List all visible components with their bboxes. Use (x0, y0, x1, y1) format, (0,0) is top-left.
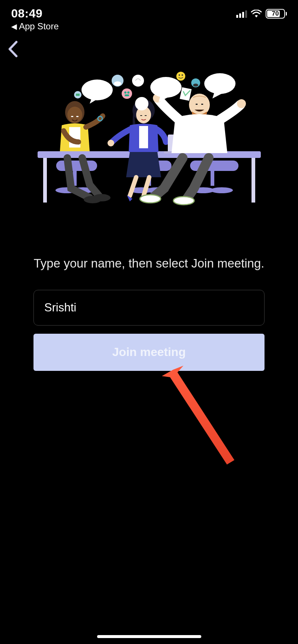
svg-point-35 (237, 99, 246, 108)
status-time: 08:49 (11, 7, 59, 20)
back-app-label: App Store (19, 21, 59, 32)
svg-point-49 (127, 91, 129, 94)
svg-point-47 (122, 88, 132, 99)
svg-rect-3 (56, 161, 97, 171)
svg-point-55 (193, 84, 198, 87)
join-meeting-label: Join meeting (112, 345, 186, 359)
svg-point-51 (176, 72, 185, 81)
chevron-left-icon (6, 40, 21, 58)
svg-rect-11 (190, 161, 238, 171)
svg-point-52 (179, 74, 180, 76)
name-input-container[interactable] (33, 290, 265, 326)
svg-point-14 (211, 187, 233, 193)
back-button[interactable] (0, 33, 298, 58)
svg-point-22 (93, 194, 110, 201)
svg-point-28 (108, 140, 114, 146)
svg-point-16 (67, 107, 82, 123)
instruction-text: Type your name, then select Join meeting… (22, 255, 276, 272)
svg-point-46 (132, 75, 144, 87)
name-input[interactable] (44, 301, 254, 314)
svg-rect-32 (196, 104, 198, 105)
svg-rect-18 (76, 116, 78, 117)
svg-rect-27 (139, 126, 148, 148)
battery-percent: 70 (272, 10, 279, 17)
svg-rect-2 (251, 158, 255, 203)
svg-point-36 (140, 195, 161, 203)
svg-rect-1 (43, 158, 47, 203)
cellular-signal-icon (236, 10, 247, 18)
svg-rect-50 (125, 94, 129, 96)
svg-rect-33 (201, 104, 203, 105)
join-meeting-button[interactable]: Join meeting (33, 334, 265, 371)
svg-point-39 (150, 77, 182, 98)
svg-point-40 (204, 73, 235, 94)
svg-rect-17 (71, 116, 73, 117)
svg-rect-43 (76, 94, 80, 96)
status-bar: 08:49 ◀ App Store 70 (0, 0, 298, 33)
back-triangle-icon: ◀ (11, 22, 17, 31)
svg-rect-12 (211, 171, 214, 186)
svg-point-53 (182, 74, 183, 76)
svg-rect-25 (140, 115, 142, 116)
svg-point-48 (124, 91, 126, 94)
battery-indicator: 70 (266, 9, 287, 19)
svg-point-38 (81, 80, 113, 100)
svg-rect-56 (179, 87, 191, 101)
svg-point-45 (114, 81, 121, 86)
home-indicator[interactable] (97, 635, 201, 638)
svg-point-41 (135, 97, 148, 110)
back-to-app-link[interactable]: ◀ App Store (11, 21, 59, 32)
wifi-icon (251, 10, 262, 18)
svg-rect-26 (145, 115, 147, 116)
meeting-illustration (34, 69, 265, 218)
svg-point-37 (173, 197, 194, 205)
